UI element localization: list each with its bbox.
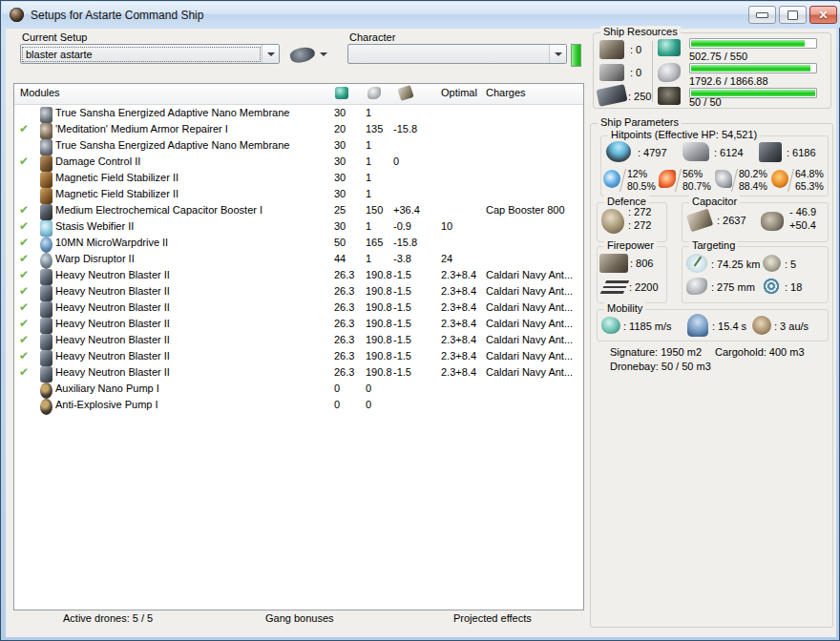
module-row[interactable]: Anti-Explosive Pump I00: [14, 397, 583, 413]
module-row[interactable]: ✔Warp Disruptor II441-3.824: [14, 251, 583, 267]
module-powergrid-value: 0: [366, 381, 371, 397]
current-setup-dropdown-button[interactable]: [262, 45, 279, 63]
module-row[interactable]: Magnetic Field Stabilizer II301: [14, 186, 583, 202]
module-powergrid-value: 1: [366, 154, 371, 170]
kinetic-resist-icon: [715, 170, 732, 188]
fitted-check-icon: ✔: [19, 283, 29, 300]
thermal-armor-resist: 80.7%: [682, 180, 711, 192]
module-row[interactable]: ✔Heavy Neutron Blaster II26.3190.8-1.52.…: [14, 316, 583, 332]
fitted-check-icon: ✔: [19, 300, 29, 316]
module-charges-value: [486, 186, 581, 202]
module-row[interactable]: ✔'Meditation' Medium Armor Repairer I201…: [14, 121, 583, 137]
character-dropdown-button[interactable]: [549, 45, 566, 63]
module-optimal-value: 10: [441, 218, 452, 235]
module-powergrid-value: 1: [366, 137, 371, 154]
module-cpu-value: 44: [334, 251, 346, 267]
module-optimal-value: 24: [441, 251, 452, 267]
ship-parameters-title: Ship Parameters: [598, 116, 682, 128]
current-setup-value: blaster astarte: [22, 47, 261, 62]
module-charges-value: Caldari Navy Ant...: [486, 348, 581, 364]
modules-column-header[interactable]: Modules: [20, 87, 60, 98]
module-charges-value: [486, 251, 581, 267]
targeting-group: Targeting : 74.25 km : 5 : 275 mm : 18: [682, 246, 829, 303]
module-charges-value: [486, 218, 581, 235]
module-row[interactable]: Magnetic Field Stabilizer II301: [14, 170, 583, 186]
cpu-column-icon[interactable]: [335, 87, 348, 99]
armor-repair-icon: [601, 209, 624, 234]
module-name: 10MN MicroWarpdrive II: [55, 235, 168, 251]
align-time-value: : 15.4 s: [712, 320, 746, 332]
module-row[interactable]: ✔Heavy Neutron Blaster II26.3190.8-1.52.…: [14, 364, 583, 381]
shield-hp-value: : 4797: [638, 147, 667, 158]
structure-hp-icon: [759, 142, 782, 162]
module-row[interactable]: Auxiliary Nano Pump I00: [14, 381, 583, 397]
module-name: True Sansha Energized Adaptive Nano Memb…: [55, 137, 289, 154]
targeting-title: Targeting: [689, 239, 738, 251]
module-name: True Sansha Energized Adaptive Nano Memb…: [55, 105, 289, 121]
volley-value: : 2200: [629, 281, 659, 293]
module-name: 'Meditation' Medium Armor Repairer I: [55, 121, 228, 137]
tab-gang-bonuses[interactable]: Gang bonuses: [265, 612, 334, 624]
close-button[interactable]: ✕: [809, 6, 837, 24]
module-cap-value: -15.8: [393, 121, 417, 137]
module-cpu-value: 30: [334, 218, 346, 235]
tab-active-drones[interactable]: Active drones: 5 / 5: [63, 612, 153, 624]
module-charges-value: Cap Booster 800: [486, 202, 581, 218]
module-row[interactable]: ✔Medium Electrochemical Capacitor Booste…: [14, 202, 583, 218]
module-cpu-value: 26.3: [334, 300, 354, 316]
module-row[interactable]: ✔Heavy Neutron Blaster II26.3190.8-1.52.…: [14, 348, 583, 364]
module-row[interactable]: True Sansha Energized Adaptive Nano Memb…: [14, 137, 583, 154]
capacitor-title: Capacitor: [689, 196, 740, 207]
module-row[interactable]: ✔Heavy Neutron Blaster II26.3190.8-1.52.…: [14, 283, 583, 300]
modules-table-header[interactable]: Modules Optimal Charges: [14, 84, 583, 105]
module-powergrid-value: 190.8: [366, 364, 392, 381]
minimize-button[interactable]: [748, 6, 776, 24]
thermal-shield-resist: 56%: [682, 168, 703, 179]
module-row[interactable]: ✔Heavy Neutron Blaster II26.3190.8-1.52.…: [14, 300, 583, 316]
charges-column-header[interactable]: Charges: [486, 87, 526, 98]
optimal-column-header[interactable]: Optimal: [441, 87, 477, 98]
module-optimal-value: 2.3+8.4: [441, 283, 476, 300]
module-row[interactable]: ✔Heavy Neutron Blaster II26.3190.8-1.52.…: [14, 332, 583, 348]
em-shield-resist: 12%: [627, 168, 647, 179]
thermal-resist-cell: 56% 80.7%: [659, 168, 714, 193]
module-optimal-value: 2.3+8.4: [441, 348, 476, 364]
align-time-icon: [687, 314, 708, 337]
module-row[interactable]: ✔10MN MicroWarpdrive II50165-15.8: [14, 235, 583, 251]
module-name: Damage Control II: [55, 154, 140, 170]
ship-menu-button[interactable]: [290, 45, 332, 64]
powergrid-icon: [658, 63, 681, 82]
powergrid-column-icon[interactable]: [368, 87, 381, 99]
title-bar[interactable]: Setups for Astarte Command Ship ✕: [2, 2, 840, 28]
maximize-button[interactable]: [779, 6, 807, 24]
chevron-down-icon: [320, 52, 327, 56]
module-cap-value: -1.5: [393, 348, 411, 364]
module-charges-value: Caldari Navy Ant...: [486, 332, 581, 348]
module-cpu-value: 30: [334, 186, 346, 202]
character-value: [349, 52, 548, 56]
fitted-check-icon: ✔: [19, 154, 29, 170]
character-combo[interactable]: [347, 44, 567, 64]
module-row[interactable]: ✔Heavy Neutron Blaster II26.3190.8-1.52.…: [14, 267, 583, 283]
firepower-group: Firepower : 806 : 2200: [597, 246, 667, 303]
character-skill-bar: [571, 44, 581, 67]
capacitor-column-icon[interactable]: [397, 85, 413, 101]
warp-speed-value: : 3 au/s: [774, 320, 808, 332]
kinetic-resist-cell: 80.2% 88.4%: [715, 168, 770, 193]
module-row[interactable]: ✔Stasis Webifier II301-0.910: [14, 218, 583, 235]
module-optimal-value: 2.3+8.4: [441, 300, 476, 316]
tab-projected-effects[interactable]: Projected effects: [453, 612, 532, 624]
fitted-check-icon: ✔: [19, 235, 29, 251]
max-velocity-value: : 1185 m/s: [623, 320, 672, 332]
module-row[interactable]: ✔Damage Control II3010: [14, 154, 583, 170]
fitted-check-icon: ✔: [19, 316, 29, 332]
module-cap-value: +36.4: [393, 202, 420, 218]
module-name: Heavy Neutron Blaster II: [55, 316, 170, 332]
current-setup-combo[interactable]: blaster astarte: [20, 44, 280, 64]
shield-hp-icon: [606, 141, 631, 162]
window-title: Setups for Astarte Command Ship: [31, 9, 203, 22]
minimize-icon: [756, 12, 768, 18]
module-row[interactable]: True Sansha Energized Adaptive Nano Memb…: [14, 105, 583, 121]
current-setup-label: Current Setup: [22, 31, 87, 43]
cargohold-value: Cargohold: 400 m3: [715, 346, 805, 358]
